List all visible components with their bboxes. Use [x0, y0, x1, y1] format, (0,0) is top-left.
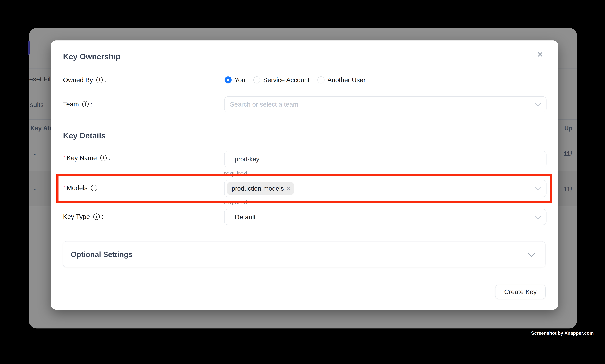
owned-by-radio-group: You Service Account Another User [225, 77, 373, 83]
info-icon: i [82, 101, 89, 107]
reset-filters-button-fragment: eset Filt [29, 75, 52, 83]
table-row-cell: - [34, 149, 36, 158]
label-colon: : [104, 76, 106, 84]
xnapper-credit: Screenshot by Xnapper.com [531, 330, 594, 336]
team-label-row: Team i : [63, 100, 92, 108]
required-mark: * [63, 154, 65, 160]
radio-selected-icon[interactable] [225, 77, 232, 83]
table-row-cell: - [34, 185, 36, 194]
owned-by-label: Owned By [63, 76, 93, 84]
table-header-updated: Up [564, 124, 573, 132]
optional-settings-accordion[interactable]: Optional Settings [63, 241, 545, 267]
radio-option-another-user[interactable]: Another User [317, 76, 365, 84]
table-row-cell: 11/ [564, 185, 572, 194]
modal-section-title-key-details: Key Details [63, 131, 106, 140]
clipped-blue-button-fragment [28, 41, 30, 55]
key-name-label: Key Name [67, 154, 97, 162]
radio-unselected-icon[interactable] [317, 77, 324, 83]
key-name-label-row: * Key Name i : [63, 154, 110, 162]
radio-option-service-account[interactable]: Service Account [253, 76, 310, 84]
key-type-label: Key Type [63, 213, 90, 221]
team-select-placeholder: Search or select a team [225, 101, 298, 108]
team-select[interactable]: Search or select a team [224, 96, 546, 112]
label-colon: : [90, 100, 92, 108]
screenshot-canvas: eset Filt sults Key Alia Up - 11/ - 11/ … [0, 0, 605, 364]
label-colon: : [108, 154, 110, 162]
key-type-label-row: Key Type i : [63, 212, 103, 221]
key-type-select[interactable]: Default [224, 209, 546, 225]
chevron-down-icon [529, 251, 535, 257]
table-row-cell: 11/ [564, 149, 572, 158]
create-key-button[interactable]: Create Key [495, 285, 546, 299]
owned-by-label-row: Owned By i : [63, 76, 106, 84]
radio-label: You [234, 76, 245, 84]
key-name-value: prod-key [225, 156, 259, 163]
chevron-down-icon [535, 214, 541, 220]
radio-label: Another User [327, 76, 365, 84]
close-icon[interactable]: ✕ [535, 49, 545, 60]
key-name-input[interactable]: prod-key [224, 151, 546, 167]
optional-settings-title: Optional Settings [71, 242, 133, 267]
key-type-value: Default [225, 213, 256, 221]
info-icon: i [93, 213, 100, 220]
annotation-box [56, 174, 552, 203]
radio-unselected-icon[interactable] [253, 77, 260, 83]
results-count-fragment: sults [30, 100, 44, 109]
label-colon: : [102, 213, 103, 221]
info-icon: i [96, 77, 103, 83]
team-label: Team [63, 100, 79, 108]
info-icon: i [100, 155, 107, 161]
modal-section-title-key-ownership: Key Ownership [63, 52, 120, 61]
chevron-down-icon [535, 102, 541, 107]
radio-label: Service Account [263, 76, 310, 84]
radio-option-you[interactable]: You [225, 76, 245, 84]
